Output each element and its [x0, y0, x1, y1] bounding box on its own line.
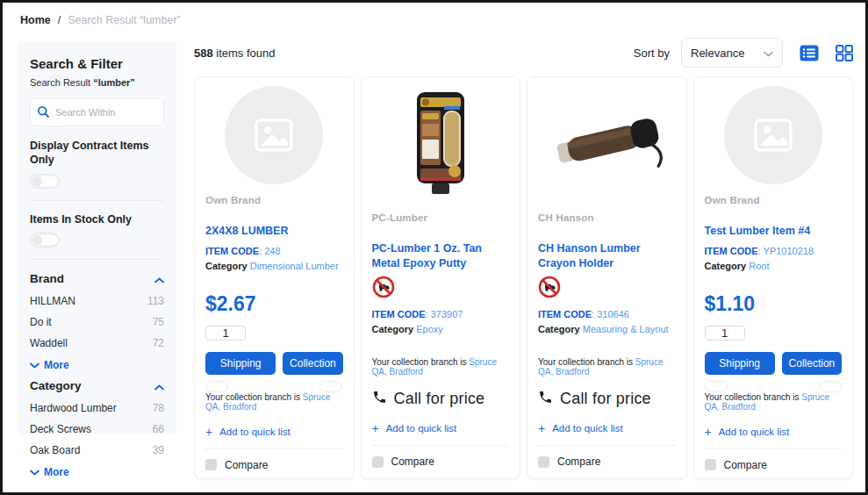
quantity-input[interactable]	[205, 326, 246, 341]
sort-select[interactable]: Relevance	[681, 38, 783, 68]
item-code-line: ITEM CODE: 373907	[372, 309, 510, 319]
category-label: Category	[372, 324, 414, 334]
category-filter-hardwood-lumber[interactable]: Hardwood Lumber 78	[30, 398, 164, 419]
category-label: Category	[205, 261, 247, 271]
grid-view-icon[interactable]	[836, 45, 853, 61]
compare-checkbox[interactable]	[705, 459, 716, 470]
collection-branch-line: Your collection branch is Spruce QA, Bra…	[538, 357, 676, 377]
image-placeholder-icon	[225, 86, 323, 184]
product-image[interactable]	[372, 86, 510, 202]
filter-count: 66	[153, 423, 164, 435]
item-code-value: : YP1010218	[758, 246, 814, 256]
item-code-line: ITEM CODE: 248	[205, 246, 343, 256]
fulfillment-buttons: Shipping Collection	[705, 352, 843, 375]
plus-icon: +	[372, 422, 379, 434]
collection-branch-line: Your collection branch is Spruce QA, Bra…	[205, 392, 343, 412]
category-more-link[interactable]: More	[30, 461, 164, 480]
product-card: PC-Lumber PC-Lumber 1 Oz. Tan Metal Epox…	[361, 76, 521, 479]
product-brand: PC-Lumber	[372, 212, 510, 223]
list-view-icon[interactable]	[800, 45, 819, 61]
compare-row: Compare	[205, 448, 343, 471]
breadcrumb: Home / Search Result “lumber”	[3, 3, 865, 26]
brand-more-link[interactable]: More	[30, 354, 164, 373]
breadcrumb-home-link[interactable]: Home	[20, 14, 51, 26]
product-brand: CH Hanson	[538, 212, 676, 223]
quick-list-label: Add to quick list	[719, 427, 790, 437]
no-delivery-icon	[372, 276, 510, 302]
collection-button[interactable]: Collection	[782, 352, 842, 375]
collection-button[interactable]: Collection	[283, 352, 342, 375]
collection-option-pill[interactable]	[819, 381, 842, 392]
contract-items-toggle[interactable]	[30, 174, 60, 189]
shipping-button[interactable]: Shipping	[705, 352, 775, 375]
toggle-knob	[32, 235, 42, 245]
chevron-up-icon	[154, 271, 164, 287]
add-to-quick-list[interactable]: + Add to quick list	[538, 422, 676, 434]
product-title-link[interactable]: 2X4X8 LUMBER	[205, 224, 343, 239]
category-filter-oak-board[interactable]: Oak Board 39	[30, 440, 164, 461]
no-delivery-icon	[538, 276, 676, 302]
item-code-line: ITEM CODE: 310646	[538, 309, 676, 319]
brand-filter-waddell[interactable]: Waddell 72	[30, 333, 164, 354]
filter-count: 78	[153, 402, 164, 414]
chevron-down-icon	[30, 466, 39, 478]
call-for-price-label: Call for price	[560, 390, 651, 408]
add-to-quick-list[interactable]: + Add to quick list	[205, 426, 343, 438]
brand-filter-hillman[interactable]: HILLMAN 113	[30, 291, 164, 312]
branch-prefix: Your collection branch is	[205, 392, 303, 402]
product-image[interactable]	[705, 86, 843, 184]
items-found-count: 588	[194, 47, 213, 60]
product-image[interactable]	[205, 86, 343, 184]
page-frame: Home / Search Result “lumber” Search & F…	[0, 0, 868, 495]
product-image[interactable]	[538, 86, 676, 202]
product-photo	[409, 90, 472, 197]
product-photo	[540, 102, 673, 186]
shipping-button[interactable]: Shipping	[205, 352, 276, 375]
product-title-link[interactable]: Test Lumber Item #4	[705, 224, 843, 239]
category-line: Category Measuring & Layout	[538, 324, 676, 334]
compare-label: Compare	[724, 459, 767, 471]
category-value-link[interactable]: Dimensional Lumber	[250, 261, 339, 271]
brand-filter-do-it[interactable]: Do it 75	[30, 312, 164, 333]
call-for-price[interactable]: Call for price	[538, 390, 676, 408]
add-to-quick-list[interactable]: + Add to quick list	[372, 422, 510, 434]
compare-label: Compare	[557, 456, 600, 468]
compare-label: Compare	[391, 456, 434, 468]
compare-row: Compare	[372, 445, 510, 468]
item-code-value: : 248	[259, 246, 280, 256]
call-for-price[interactable]: Call for price	[372, 390, 510, 408]
product-grid: Own Brand 2X4X8 LUMBER ITEM CODE: 248 Ca…	[194, 76, 853, 479]
compare-checkbox[interactable]	[372, 456, 384, 468]
shipping-option-pill[interactable]	[205, 381, 228, 392]
brand-section-header[interactable]: Brand	[30, 271, 164, 287]
collection-option-pill[interactable]	[319, 381, 342, 392]
product-title-link[interactable]: CH Hanson Lumber Crayon Holder	[538, 241, 676, 271]
item-code-label: ITEM CODE	[205, 246, 259, 256]
image-placeholder-icon	[724, 86, 822, 184]
chevron-down-icon	[764, 47, 773, 60]
fulfillment-options	[705, 381, 843, 392]
in-stock-toggle[interactable]	[30, 233, 60, 248]
quick-list-label: Add to quick list	[386, 423, 457, 434]
category-section-title: Category	[30, 379, 82, 392]
filter-count: 113	[147, 295, 164, 307]
compare-checkbox[interactable]	[538, 456, 549, 468]
add-to-quick-list[interactable]: + Add to quick list	[705, 426, 843, 438]
category-value-link[interactable]: Measuring & Layout	[583, 324, 669, 334]
item-code-label: ITEM CODE	[705, 246, 758, 256]
shipping-option-pill[interactable]	[705, 381, 728, 392]
branch-prefix: Your collection branch is	[538, 357, 635, 367]
product-title-link[interactable]: PC-Lumber 1 Oz. Tan Metal Epoxy Putty	[372, 241, 510, 271]
category-value-link[interactable]: Root	[749, 261, 769, 271]
sort-selected-value: Relevance	[691, 47, 744, 60]
filter-count: 72	[153, 337, 164, 349]
category-filter-deck-screws[interactable]: Deck Screws 66	[30, 419, 164, 440]
category-label: Category	[705, 261, 747, 271]
sidebar-title: Search & Filter	[30, 56, 164, 71]
quantity-input[interactable]	[705, 326, 745, 341]
category-section-header[interactable]: Category	[30, 378, 164, 394]
compare-checkbox[interactable]	[205, 459, 217, 470]
category-value-link[interactable]: Epoxy	[416, 324, 443, 334]
items-found: 588 items found	[194, 47, 276, 60]
collection-branch-line: Your collection branch is Spruce QA, Bra…	[372, 357, 510, 377]
